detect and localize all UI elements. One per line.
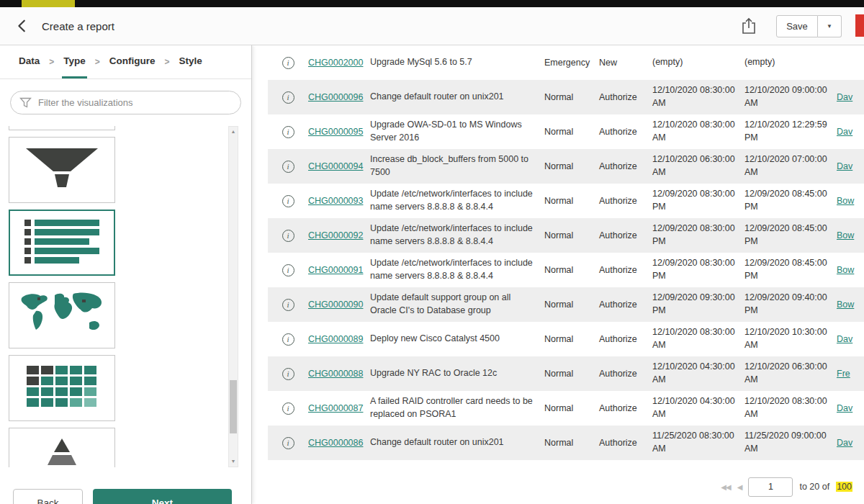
step-configure[interactable]: Configure [108,45,157,78]
assigned-to-link[interactable]: Bow [837,196,854,206]
start-date: 12/10/2020 04:30:00 AM [652,357,744,390]
info-icon[interactable]: i [282,195,294,207]
record-number-link[interactable]: CHG0000091 [308,265,363,275]
assigned-to-link[interactable]: Bow [837,300,854,310]
priority: Normal [544,330,599,348]
first-page-icon[interactable]: ◀◀ [721,483,730,491]
save-button[interactable]: Save [776,15,818,37]
start-date: 12/09/2020 08:30:00 PM [652,219,744,252]
chevron-left-icon [14,25,30,36]
start-date: 12/10/2020 06:30:00 AM [652,150,744,183]
priority: Normal [544,227,599,244]
next-step-button[interactable]: Next [93,489,232,504]
report-wizard-panel: Data > Type > Configure > Style [0,45,252,504]
save-dropdown-button[interactable]: ▼ [818,15,842,37]
priority: Normal [544,89,599,106]
table-row[interactable]: i CHG0000093 Update /etc/network/interfa… [268,184,864,218]
assigned-to-link[interactable]: Dav [837,438,852,448]
start-date: 12/09/2020 08:30:00 PM [652,253,744,287]
record-number-link[interactable]: CHG0000096 [308,92,363,102]
viz-thumbnail-list[interactable] [9,210,115,276]
back-step-button[interactable]: Back [13,489,83,504]
state: Authorize [599,261,652,279]
table-row[interactable]: i CHG0000086 Change default router on un… [268,426,864,460]
assigned-to-link[interactable]: Dav [837,127,852,137]
info-icon[interactable]: i [282,126,294,138]
short-description: Increase db_block_buffers from 5000 to 7… [370,150,544,183]
record-number-link[interactable]: CHG0000087 [308,403,363,413]
info-icon[interactable]: i [282,230,294,242]
record-number-link[interactable]: CHG0002000 [308,58,363,68]
table-row[interactable]: i CHG0000087 A failed RAID controller ca… [268,391,864,426]
assigned-to-link[interactable]: Dav [837,403,852,413]
viz-thumbnail-map[interactable] [9,282,115,348]
assigned-to-link[interactable]: Dav [837,334,852,344]
table-row[interactable]: i CHG0000089 Deploy new Cisco Catalyst 4… [268,322,864,356]
record-number-link[interactable]: CHG0000086 [308,438,363,448]
viz-thumbnail-funnel[interactable] [9,137,115,203]
info-icon[interactable]: i [282,91,294,104]
scroll-up-icon[interactable]: ▲ [229,127,238,137]
funnel-chart-icon [23,147,101,193]
assigned-to-link[interactable]: Dav [837,161,852,171]
end-date: 12/09/2020 09:40:00 PM [744,288,837,321]
back-button[interactable] [12,16,33,37]
table-row[interactable]: i CHG0000091 Update /etc/network/interfa… [268,253,864,287]
state: Authorize [599,365,652,382]
end-date: 12/10/2020 10:30:00 AM [744,323,837,356]
step-data[interactable]: Data [17,45,41,78]
pagination-total: 100 [836,482,852,492]
assigned-to-link[interactable]: Bow [837,230,854,240]
priority: Normal [544,261,599,279]
list-chart-icon [24,219,99,266]
state: Authorize [599,434,652,451]
info-icon[interactable]: i [282,402,294,415]
scrollbar-thumb[interactable] [230,380,237,433]
viz-thumbnail-scrolled[interactable] [9,126,115,130]
record-number-link[interactable]: CHG0000095 [308,127,363,137]
record-number-link[interactable]: CHG0000089 [308,334,363,344]
record-number-link[interactable]: CHG0000093 [308,196,363,206]
state: Authorize [599,158,652,175]
info-icon[interactable]: i [282,264,294,276]
info-icon[interactable]: i [282,57,294,69]
record-number-link[interactable]: CHG0000092 [308,230,363,240]
table-row[interactable]: i CHG0002000 Upgrade MySql 5.6 to 5.7 Em… [268,45,864,80]
step-type[interactable]: Type [62,45,87,78]
scroll-down-icon[interactable]: ▼ [229,456,238,467]
short-description: Upgrade OWA-SD-01 to MS Windows Server 2… [370,115,544,148]
info-icon[interactable]: i [282,161,294,173]
table-row[interactable]: i CHG0000095 Upgrade OWA-SD-01 to MS Win… [268,114,864,149]
table-row[interactable]: i CHG0000094 Increase db_block_buffers f… [268,149,864,184]
short-description: A failed RAID controller card needs to b… [370,392,544,425]
filter-visualizations-input[interactable] [10,91,241,114]
viz-thumbnail-heatmap[interactable] [9,355,115,421]
info-icon[interactable]: i [282,299,294,311]
end-date: 12/10/2020 06:30:00 AM [744,357,837,390]
save-split-button: Save ▼ [776,15,842,37]
info-icon[interactable]: i [282,368,294,380]
table-row[interactable]: i CHG0000088 Upgrade NY RAC to Oracle 12… [268,356,864,391]
table-row[interactable]: i CHG0000090 Update default support grou… [268,287,864,322]
table-row[interactable]: i CHG0000092 Update /etc/network/interfa… [268,218,864,253]
table-row[interactable]: i CHG0000096 Change default router on un… [268,80,864,114]
viz-scrollbar[interactable]: ▲ ▼ [228,126,238,467]
record-number-link[interactable]: CHG0000088 [308,369,363,379]
page-number-input[interactable] [748,477,793,497]
step-style[interactable]: Style [178,45,204,78]
info-icon[interactable]: i [282,333,294,346]
change-table: i CHG0002000 Upgrade MySql 5.6 to 5.7 Em… [268,45,864,460]
info-icon[interactable]: i [282,437,294,449]
record-number-link[interactable]: CHG0000090 [308,300,363,310]
assigned-to-link[interactable]: Fre [837,369,850,379]
share-export-button[interactable] [737,14,760,39]
previous-page-icon[interactable]: ◀ [737,483,742,491]
priority: Normal [544,192,599,210]
assigned-to-link[interactable]: Dav [837,92,852,102]
pyramid-chart-icon [26,437,98,467]
state: Authorize [599,89,652,106]
record-number-link[interactable]: CHG0000094 [308,161,363,171]
start-date: 12/10/2020 08:30:00 AM [652,81,744,114]
assigned-to-link[interactable]: Bow [837,265,854,275]
viz-thumbnail-pyramid[interactable] [9,428,115,467]
